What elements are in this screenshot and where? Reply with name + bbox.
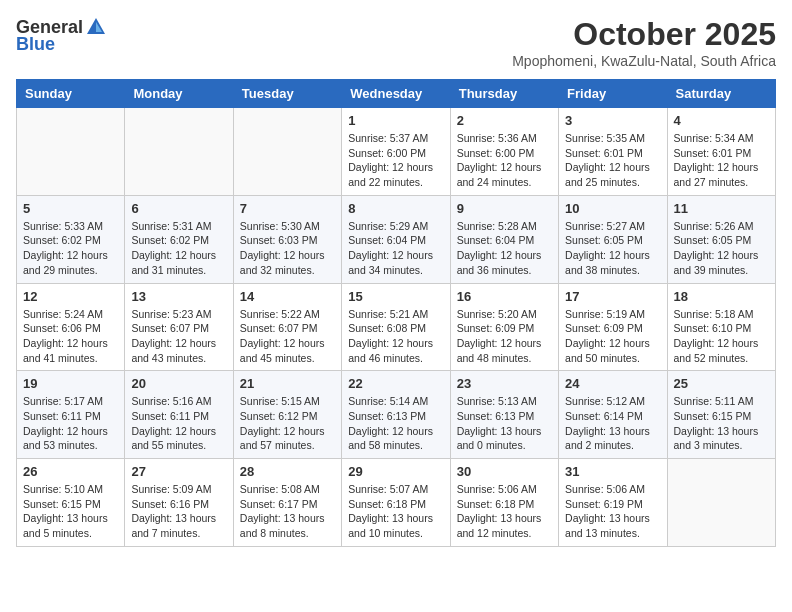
- calendar-cell: 15Sunrise: 5:21 AMSunset: 6:08 PMDayligh…: [342, 283, 450, 371]
- day-number: 24: [565, 376, 660, 391]
- day-number: 1: [348, 113, 443, 128]
- calendar-cell: 28Sunrise: 5:08 AMSunset: 6:17 PMDayligh…: [233, 459, 341, 547]
- logo: General Blue: [16, 16, 109, 55]
- calendar-cell: 5Sunrise: 5:33 AMSunset: 6:02 PMDaylight…: [17, 195, 125, 283]
- day-number: 28: [240, 464, 335, 479]
- page-header: General Blue October 2025 Mpophomeni, Kw…: [16, 16, 776, 69]
- calendar-week-3: 12Sunrise: 5:24 AMSunset: 6:06 PMDayligh…: [17, 283, 776, 371]
- calendar-cell: 31Sunrise: 5:06 AMSunset: 6:19 PMDayligh…: [559, 459, 667, 547]
- weekday-header-tuesday: Tuesday: [233, 80, 341, 108]
- month-title: October 2025: [512, 16, 776, 53]
- day-number: 9: [457, 201, 552, 216]
- day-number: 21: [240, 376, 335, 391]
- day-number: 5: [23, 201, 118, 216]
- day-number: 23: [457, 376, 552, 391]
- calendar-week-5: 26Sunrise: 5:10 AMSunset: 6:15 PMDayligh…: [17, 459, 776, 547]
- calendar-cell: 20Sunrise: 5:16 AMSunset: 6:11 PMDayligh…: [125, 371, 233, 459]
- calendar-cell: 10Sunrise: 5:27 AMSunset: 6:05 PMDayligh…: [559, 195, 667, 283]
- calendar-cell: 3Sunrise: 5:35 AMSunset: 6:01 PMDaylight…: [559, 108, 667, 196]
- calendar-cell: 2Sunrise: 5:36 AMSunset: 6:00 PMDaylight…: [450, 108, 558, 196]
- calendar-week-2: 5Sunrise: 5:33 AMSunset: 6:02 PMDaylight…: [17, 195, 776, 283]
- day-number: 16: [457, 289, 552, 304]
- calendar-cell: 17Sunrise: 5:19 AMSunset: 6:09 PMDayligh…: [559, 283, 667, 371]
- weekday-header-sunday: Sunday: [17, 80, 125, 108]
- day-number: 11: [674, 201, 769, 216]
- weekday-header-friday: Friday: [559, 80, 667, 108]
- day-number: 18: [674, 289, 769, 304]
- day-info: Sunrise: 5:21 AMSunset: 6:08 PMDaylight:…: [348, 307, 443, 366]
- day-info: Sunrise: 5:11 AMSunset: 6:15 PMDaylight:…: [674, 394, 769, 453]
- day-info: Sunrise: 5:06 AMSunset: 6:19 PMDaylight:…: [565, 482, 660, 541]
- day-number: 8: [348, 201, 443, 216]
- day-info: Sunrise: 5:10 AMSunset: 6:15 PMDaylight:…: [23, 482, 118, 541]
- calendar-cell: 12Sunrise: 5:24 AMSunset: 6:06 PMDayligh…: [17, 283, 125, 371]
- day-info: Sunrise: 5:34 AMSunset: 6:01 PMDaylight:…: [674, 131, 769, 190]
- day-info: Sunrise: 5:29 AMSunset: 6:04 PMDaylight:…: [348, 219, 443, 278]
- day-number: 10: [565, 201, 660, 216]
- day-info: Sunrise: 5:15 AMSunset: 6:12 PMDaylight:…: [240, 394, 335, 453]
- logo-blue-text: Blue: [16, 34, 55, 55]
- day-number: 6: [131, 201, 226, 216]
- day-number: 22: [348, 376, 443, 391]
- day-info: Sunrise: 5:24 AMSunset: 6:06 PMDaylight:…: [23, 307, 118, 366]
- calendar-cell: 13Sunrise: 5:23 AMSunset: 6:07 PMDayligh…: [125, 283, 233, 371]
- calendar-cell: 23Sunrise: 5:13 AMSunset: 6:13 PMDayligh…: [450, 371, 558, 459]
- calendar-cell: 11Sunrise: 5:26 AMSunset: 6:05 PMDayligh…: [667, 195, 775, 283]
- day-info: Sunrise: 5:07 AMSunset: 6:18 PMDaylight:…: [348, 482, 443, 541]
- day-info: Sunrise: 5:20 AMSunset: 6:09 PMDaylight:…: [457, 307, 552, 366]
- day-info: Sunrise: 5:17 AMSunset: 6:11 PMDaylight:…: [23, 394, 118, 453]
- day-number: 15: [348, 289, 443, 304]
- calendar-cell: 26Sunrise: 5:10 AMSunset: 6:15 PMDayligh…: [17, 459, 125, 547]
- calendar-cell: 7Sunrise: 5:30 AMSunset: 6:03 PMDaylight…: [233, 195, 341, 283]
- day-info: Sunrise: 5:31 AMSunset: 6:02 PMDaylight:…: [131, 219, 226, 278]
- day-info: Sunrise: 5:14 AMSunset: 6:13 PMDaylight:…: [348, 394, 443, 453]
- day-info: Sunrise: 5:22 AMSunset: 6:07 PMDaylight:…: [240, 307, 335, 366]
- calendar-week-1: 1Sunrise: 5:37 AMSunset: 6:00 PMDaylight…: [17, 108, 776, 196]
- calendar-cell: 18Sunrise: 5:18 AMSunset: 6:10 PMDayligh…: [667, 283, 775, 371]
- calendar-cell: 9Sunrise: 5:28 AMSunset: 6:04 PMDaylight…: [450, 195, 558, 283]
- day-info: Sunrise: 5:35 AMSunset: 6:01 PMDaylight:…: [565, 131, 660, 190]
- day-number: 17: [565, 289, 660, 304]
- day-info: Sunrise: 5:36 AMSunset: 6:00 PMDaylight:…: [457, 131, 552, 190]
- calendar-cell: 1Sunrise: 5:37 AMSunset: 6:00 PMDaylight…: [342, 108, 450, 196]
- day-number: 12: [23, 289, 118, 304]
- day-number: 3: [565, 113, 660, 128]
- weekday-header-monday: Monday: [125, 80, 233, 108]
- weekday-header-thursday: Thursday: [450, 80, 558, 108]
- calendar-cell: 14Sunrise: 5:22 AMSunset: 6:07 PMDayligh…: [233, 283, 341, 371]
- day-number: 26: [23, 464, 118, 479]
- day-info: Sunrise: 5:27 AMSunset: 6:05 PMDaylight:…: [565, 219, 660, 278]
- day-info: Sunrise: 5:16 AMSunset: 6:11 PMDaylight:…: [131, 394, 226, 453]
- calendar-cell: 6Sunrise: 5:31 AMSunset: 6:02 PMDaylight…: [125, 195, 233, 283]
- day-info: Sunrise: 5:12 AMSunset: 6:14 PMDaylight:…: [565, 394, 660, 453]
- calendar-cell: 22Sunrise: 5:14 AMSunset: 6:13 PMDayligh…: [342, 371, 450, 459]
- calendar-table: SundayMondayTuesdayWednesdayThursdayFrid…: [16, 79, 776, 547]
- calendar-cell: 29Sunrise: 5:07 AMSunset: 6:18 PMDayligh…: [342, 459, 450, 547]
- calendar-cell: 8Sunrise: 5:29 AMSunset: 6:04 PMDaylight…: [342, 195, 450, 283]
- logo-icon: [85, 16, 107, 38]
- calendar-cell: [17, 108, 125, 196]
- title-section: October 2025 Mpophomeni, KwaZulu-Natal, …: [512, 16, 776, 69]
- calendar-cell: 4Sunrise: 5:34 AMSunset: 6:01 PMDaylight…: [667, 108, 775, 196]
- calendar-cell: [667, 459, 775, 547]
- day-number: 27: [131, 464, 226, 479]
- calendar-cell: 24Sunrise: 5:12 AMSunset: 6:14 PMDayligh…: [559, 371, 667, 459]
- day-info: Sunrise: 5:06 AMSunset: 6:18 PMDaylight:…: [457, 482, 552, 541]
- calendar-cell: 16Sunrise: 5:20 AMSunset: 6:09 PMDayligh…: [450, 283, 558, 371]
- day-info: Sunrise: 5:28 AMSunset: 6:04 PMDaylight:…: [457, 219, 552, 278]
- calendar-cell: [125, 108, 233, 196]
- calendar-cell: 21Sunrise: 5:15 AMSunset: 6:12 PMDayligh…: [233, 371, 341, 459]
- calendar-cell: 30Sunrise: 5:06 AMSunset: 6:18 PMDayligh…: [450, 459, 558, 547]
- calendar-cell: 25Sunrise: 5:11 AMSunset: 6:15 PMDayligh…: [667, 371, 775, 459]
- day-info: Sunrise: 5:13 AMSunset: 6:13 PMDaylight:…: [457, 394, 552, 453]
- calendar-cell: 19Sunrise: 5:17 AMSunset: 6:11 PMDayligh…: [17, 371, 125, 459]
- day-number: 7: [240, 201, 335, 216]
- location-text: Mpophomeni, KwaZulu-Natal, South Africa: [512, 53, 776, 69]
- day-info: Sunrise: 5:33 AMSunset: 6:02 PMDaylight:…: [23, 219, 118, 278]
- calendar-header-row: SundayMondayTuesdayWednesdayThursdayFrid…: [17, 80, 776, 108]
- day-number: 29: [348, 464, 443, 479]
- weekday-header-saturday: Saturday: [667, 80, 775, 108]
- calendar-cell: 27Sunrise: 5:09 AMSunset: 6:16 PMDayligh…: [125, 459, 233, 547]
- day-info: Sunrise: 5:26 AMSunset: 6:05 PMDaylight:…: [674, 219, 769, 278]
- day-number: 31: [565, 464, 660, 479]
